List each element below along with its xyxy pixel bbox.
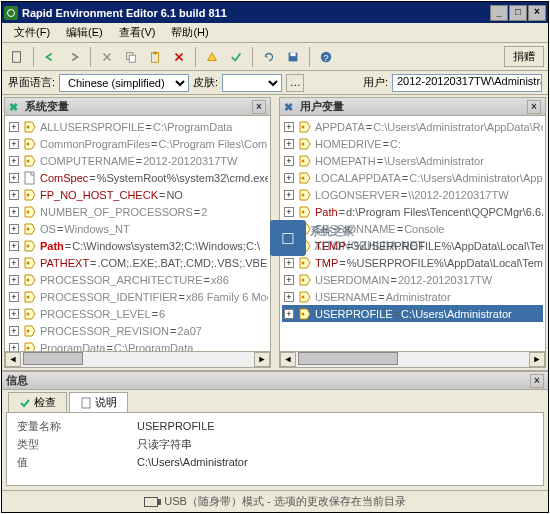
expand-button[interactable]: + (9, 224, 19, 234)
var-row[interactable]: +Path=C:\Windows\system32;C:\Windows;C:\ (7, 237, 268, 254)
var-row[interactable]: +TEMP=%USERPROFILE%\AppData\Local\Temp (282, 237, 543, 254)
tab-description[interactable]: 说明 (69, 392, 128, 412)
var-row[interactable]: +PROCESSOR_REVISION=2a07 (7, 322, 268, 339)
var-row[interactable]: +ComSpec=%SystemRoot%\system32\cmd.exe (7, 169, 268, 186)
expand-button[interactable]: + (284, 224, 294, 234)
skin-select[interactable] (222, 74, 282, 92)
help-button[interactable]: ? (315, 46, 337, 68)
system-vars-list[interactable]: +ALLUSERSPROFILE=C:\ProgramData+CommonPr… (5, 116, 270, 351)
scroll-right[interactable]: ► (254, 352, 270, 367)
user-label: 用户: (363, 75, 388, 90)
expand-button[interactable]: + (284, 207, 294, 217)
expand-button[interactable]: + (9, 241, 19, 251)
var-row[interactable]: +LOCALAPPDATA=C:\Users\Administrator\App… (282, 169, 543, 186)
menu-view[interactable]: 查看(V) (111, 23, 164, 42)
svg-rect-35 (82, 398, 90, 408)
expand-button[interactable]: + (9, 343, 19, 352)
expand-button[interactable]: + (284, 190, 294, 200)
maximize-button[interactable]: □ (509, 5, 527, 21)
scroll-left[interactable]: ◄ (5, 352, 21, 367)
hscrollbar[interactable]: ◄ ► (5, 351, 270, 367)
delete-button[interactable] (168, 46, 190, 68)
var-row[interactable]: +OS=Windows_NT (7, 220, 268, 237)
expand-button[interactable]: + (284, 241, 294, 251)
expand-button[interactable]: + (9, 122, 19, 132)
minimize-button[interactable]: _ (490, 5, 508, 21)
var-row[interactable]: +PROCESSOR_LEVEL=6 (7, 305, 268, 322)
splitter[interactable] (273, 95, 277, 370)
svg-point-15 (27, 227, 30, 230)
expand-button[interactable]: + (284, 139, 294, 149)
donate-button[interactable]: 捐赠 (504, 46, 544, 67)
scroll-thumb[interactable] (298, 352, 398, 365)
var-row[interactable]: +TMP=%USERPROFILE%\AppData\Local\Temp (282, 254, 543, 271)
var-value: 2 (201, 206, 207, 218)
expand-button[interactable]: + (284, 292, 294, 302)
scroll-thumb[interactable] (23, 352, 83, 365)
var-row[interactable]: +COMPUTERNAME=2012-20120317TW (7, 152, 268, 169)
expand-button[interactable]: + (9, 292, 19, 302)
menu-file[interactable]: 文件(F) (6, 23, 58, 42)
var-row[interactable]: +PATHEXT=.COM;.EXE;.BAT;.CMD;.VBS;.VBE;.… (7, 254, 268, 271)
var-key: ComSpec (40, 172, 88, 184)
expand-button[interactable]: + (9, 139, 19, 149)
hscrollbar[interactable]: ◄ ► (280, 351, 545, 367)
svg-rect-0 (13, 51, 21, 62)
expand-button[interactable]: + (284, 309, 294, 319)
var-row[interactable]: +PROCESSOR_IDENTIFIER=x86 Family 6 Model… (7, 288, 268, 305)
skin-more-button[interactable]: … (286, 74, 304, 92)
close-button[interactable]: × (528, 5, 546, 21)
expand-button[interactable]: + (284, 275, 294, 285)
expand-button[interactable]: + (9, 258, 19, 268)
var-row[interactable]: +FP_NO_HOST_CHECK=NO (7, 186, 268, 203)
var-row[interactable]: +LOGONSERVER=\\2012-20120317TW (282, 186, 543, 203)
var-row[interactable]: +USERDOMAIN=2012-20120317TW (282, 271, 543, 288)
panel-close-button[interactable]: × (527, 100, 541, 114)
var-row[interactable]: +APPDATA=C:\Users\Administrator\AppData\… (282, 118, 543, 135)
scroll-right[interactable]: ► (529, 352, 545, 367)
refresh-button[interactable] (258, 46, 280, 68)
language-select[interactable]: Chinese (simplified) (59, 74, 189, 92)
var-row[interactable]: +Path=d:\Program Files\Tencent\QQPCMgr\6… (282, 203, 543, 220)
new-button[interactable] (6, 46, 28, 68)
var-row[interactable]: +PROCESSOR_ARCHITECTURE=x86 (7, 271, 268, 288)
info-close-button[interactable]: × (530, 374, 544, 388)
var-row[interactable]: +HOMEPATH=\Users\Administrator (282, 152, 543, 169)
expand-button[interactable]: + (9, 326, 19, 336)
menu-edit[interactable]: 编辑(E) (58, 23, 111, 42)
var-row[interactable]: +SESSIONNAME=Console (282, 220, 543, 237)
var-row[interactable]: +USERPROFILE=C:\Users\Administrator (282, 305, 543, 322)
expand-button[interactable]: + (284, 122, 294, 132)
expand-button[interactable]: + (9, 309, 19, 319)
cleanup-button[interactable] (201, 46, 223, 68)
expand-button[interactable]: + (284, 173, 294, 183)
var-row[interactable]: +ProgramData=C:\ProgramData (7, 339, 268, 351)
expand-button[interactable]: + (9, 173, 19, 183)
status-bar: USB（随身带）模式 - 选项的更改保存在当前目录 (2, 490, 548, 512)
scroll-left[interactable]: ◄ (280, 352, 296, 367)
expand-button[interactable]: + (9, 156, 19, 166)
panel-close-button[interactable]: × (252, 100, 266, 114)
expand-button[interactable]: + (9, 275, 19, 285)
user-field[interactable]: 2012-20120317TW\Administrato (392, 74, 542, 92)
var-row[interactable]: +ALLUSERSPROFILE=C:\ProgramData (7, 118, 268, 135)
undo-button[interactable] (39, 46, 61, 68)
cut-button[interactable] (96, 46, 118, 68)
paste-button[interactable] (144, 46, 166, 68)
save-button[interactable] (282, 46, 304, 68)
check-button[interactable] (225, 46, 247, 68)
menu-help[interactable]: 帮助(H) (163, 23, 216, 42)
expand-button[interactable]: + (284, 258, 294, 268)
expand-button[interactable]: + (9, 207, 19, 217)
var-icon (298, 239, 312, 253)
var-row[interactable]: +NUMBER_OF_PROCESSORS=2 (7, 203, 268, 220)
redo-button[interactable] (63, 46, 85, 68)
tab-check[interactable]: 检查 (8, 392, 67, 412)
var-row[interactable]: +CommonProgramFiles=C:\Program Files\Com… (7, 135, 268, 152)
expand-button[interactable]: + (9, 190, 19, 200)
var-row[interactable]: +USERNAME=Administrator (282, 288, 543, 305)
expand-button[interactable]: + (284, 156, 294, 166)
user-vars-list[interactable]: +APPDATA=C:\Users\Administrator\AppData\… (280, 116, 545, 351)
copy-button[interactable] (120, 46, 142, 68)
var-row[interactable]: +HOMEDRIVE=C: (282, 135, 543, 152)
